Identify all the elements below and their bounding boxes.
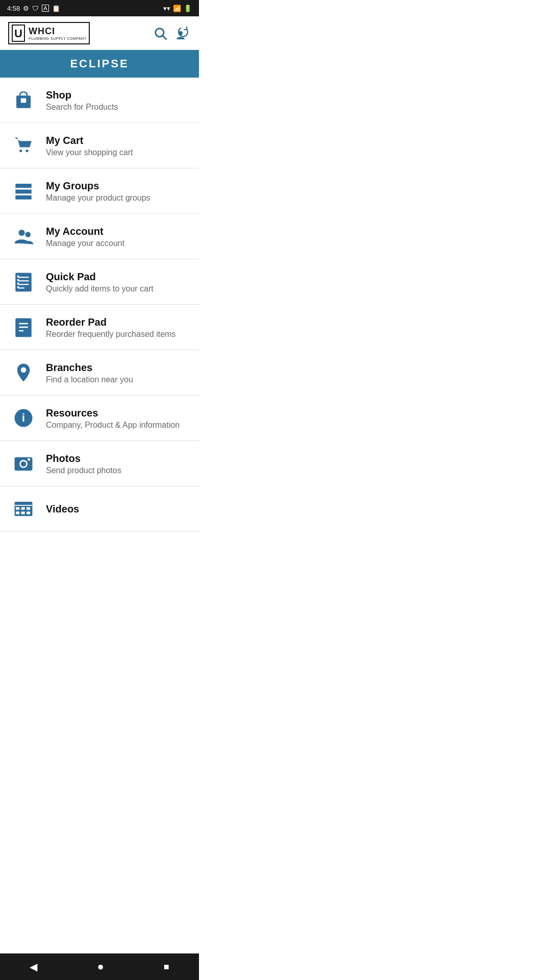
battery-icon: 🔋 <box>184 5 192 12</box>
logo-box: U WHCI PLUMBING SUPPLY COMPANY <box>8 22 90 44</box>
menu-item-my-account[interactable]: My Account Manage your account <box>0 214 199 259</box>
menu-title-reorder-pad: Reorder Pad <box>46 316 176 328</box>
quickpad-icon <box>10 268 37 295</box>
menu-text-my-groups: My Groups Manage your product groups <box>46 180 151 203</box>
menu-item-shop[interactable]: Shop Search for Products <box>0 78 199 123</box>
logo-icon: U <box>11 24 26 42</box>
menu-item-resources[interactable]: i Resources Company, Product & App infor… <box>0 396 199 441</box>
menu-list: Shop Search for Products My Cart View yo… <box>0 78 199 558</box>
menu-item-videos[interactable]: Videos <box>0 486 199 532</box>
account-icon <box>10 223 37 250</box>
app-header: U WHCI PLUMBING SUPPLY COMPANY <box>0 16 199 50</box>
clipboard-icon: 📋 <box>52 5 60 12</box>
logo-subtitle: PLUMBING SUPPLY COMPANY <box>29 37 87 40</box>
account-refresh-icon <box>176 26 191 40</box>
gear-icon: ⚙ <box>23 5 29 12</box>
menu-title-my-account: My Account <box>46 225 124 237</box>
status-bar: 4:58 ⚙ 🛡 A 📋 ▾▾ 📶 🔋 <box>0 0 199 16</box>
menu-text-my-account: My Account Manage your account <box>46 225 124 248</box>
svg-rect-39 <box>16 511 19 514</box>
svg-point-7 <box>19 150 22 152</box>
eclipse-banner: ECLIPSE <box>0 50 199 78</box>
videos-icon <box>10 496 37 522</box>
svg-rect-40 <box>21 511 25 514</box>
search-icon <box>153 26 167 40</box>
svg-point-27 <box>21 368 27 373</box>
menu-item-my-groups[interactable]: My Groups Manage your product groups <box>0 168 199 214</box>
menu-item-photos[interactable]: Photos Send product photos <box>0 441 199 486</box>
logo-text: WHCI PLUMBING SUPPLY COMPANY <box>29 26 87 40</box>
menu-subtitle-my-groups: Manage your product groups <box>46 193 151 203</box>
menu-text-photos: Photos Send product photos <box>46 452 121 475</box>
groups-icon <box>10 178 37 204</box>
svg-text:U: U <box>14 27 22 40</box>
branches-icon <box>10 359 37 386</box>
wifi-icon: ▾▾ <box>163 5 170 12</box>
svg-rect-37 <box>21 507 25 510</box>
svg-rect-41 <box>27 511 30 514</box>
svg-rect-20 <box>17 279 19 281</box>
menu-subtitle-reorder-pad: Reorder frequently purchased items <box>46 330 176 339</box>
menu-text-videos: Videos <box>46 503 79 515</box>
logo-whci: WHCI <box>29 26 87 37</box>
svg-rect-9 <box>15 184 32 188</box>
menu-title-my-groups: My Groups <box>46 180 151 192</box>
svg-rect-21 <box>17 283 19 285</box>
svg-point-33 <box>28 458 30 461</box>
photos-icon <box>10 450 37 477</box>
menu-container: Shop Search for Products My Cart View yo… <box>0 78 199 532</box>
search-button[interactable] <box>153 26 167 40</box>
shield-icon: 🛡 <box>32 5 39 12</box>
menu-title-videos: Videos <box>46 503 79 515</box>
svg-rect-22 <box>17 286 19 288</box>
svg-rect-19 <box>17 276 19 278</box>
menu-text-resources: Resources Company, Product & App informa… <box>46 407 180 430</box>
header-icons <box>153 26 191 40</box>
signal-icon: 📶 <box>173 5 181 12</box>
svg-point-13 <box>26 232 31 237</box>
svg-line-3 <box>163 36 166 39</box>
account-button[interactable] <box>176 26 191 40</box>
svg-point-12 <box>18 230 24 236</box>
banner-text: ECLIPSE <box>70 57 129 70</box>
svg-point-8 <box>26 150 28 152</box>
menu-title-photos: Photos <box>46 452 121 464</box>
menu-subtitle-my-cart: View your shopping cart <box>46 148 133 157</box>
menu-title-my-cart: My Cart <box>46 134 133 146</box>
menu-title-branches: Branches <box>46 361 133 374</box>
svg-rect-38 <box>27 507 30 510</box>
font-icon: A <box>42 5 48 12</box>
shop-icon <box>10 87 37 113</box>
svg-rect-6 <box>21 99 27 103</box>
menu-subtitle-photos: Send product photos <box>46 466 121 475</box>
menu-item-reorder-pad[interactable]: Reorder Pad Reorder frequently purchased… <box>0 305 199 350</box>
svg-rect-36 <box>16 507 19 510</box>
svg-rect-10 <box>15 189 32 193</box>
menu-subtitle-branches: Find a location near you <box>46 375 133 384</box>
menu-subtitle-my-account: Manage your account <box>46 239 124 248</box>
status-right: ▾▾ 📶 🔋 <box>163 5 192 12</box>
svg-point-32 <box>21 461 27 467</box>
menu-text-branches: Branches Find a location near you <box>46 361 133 384</box>
menu-text-shop: Shop Search for Products <box>46 89 118 112</box>
menu-title-resources: Resources <box>46 407 180 419</box>
menu-subtitle-quick-pad: Quickly add items to your cart <box>46 284 154 293</box>
menu-text-my-cart: My Cart View your shopping cart <box>46 134 133 157</box>
menu-title-shop: Shop <box>46 89 118 101</box>
resources-icon: i <box>10 405 37 431</box>
reorder-icon <box>10 314 37 340</box>
menu-text-quick-pad: Quick Pad Quickly add items to your cart <box>46 271 154 293</box>
svg-point-4 <box>179 31 183 35</box>
status-time: 4:58 <box>7 5 20 12</box>
status-left: 4:58 ⚙ 🛡 A 📋 <box>7 5 60 12</box>
menu-title-quick-pad: Quick Pad <box>46 271 154 283</box>
svg-rect-11 <box>15 195 32 200</box>
menu-item-quick-pad[interactable]: Quick Pad Quickly add items to your cart <box>0 259 199 305</box>
menu-subtitle-resources: Company, Product & App information <box>46 421 180 430</box>
menu-subtitle-shop: Search for Products <box>46 103 118 112</box>
menu-item-branches[interactable]: Branches Find a location near you <box>0 350 199 396</box>
menu-item-my-cart[interactable]: My Cart View your shopping cart <box>0 123 199 168</box>
menu-text-reorder-pad: Reorder Pad Reorder frequently purchased… <box>46 316 176 339</box>
svg-text:i: i <box>22 411 25 424</box>
logo: U WHCI PLUMBING SUPPLY COMPANY <box>8 22 90 44</box>
